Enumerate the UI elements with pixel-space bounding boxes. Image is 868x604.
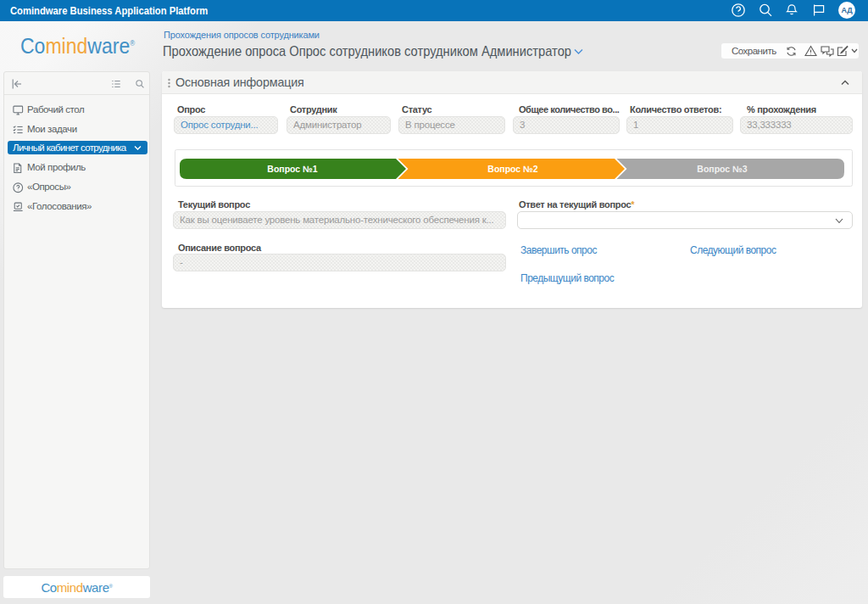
svg-text:Вопрос №2: Вопрос №2	[487, 164, 537, 174]
svg-text:Вопрос №1: Вопрос №1	[267, 164, 317, 174]
svg-text:Вопрос №3: Вопрос №3	[697, 164, 747, 174]
